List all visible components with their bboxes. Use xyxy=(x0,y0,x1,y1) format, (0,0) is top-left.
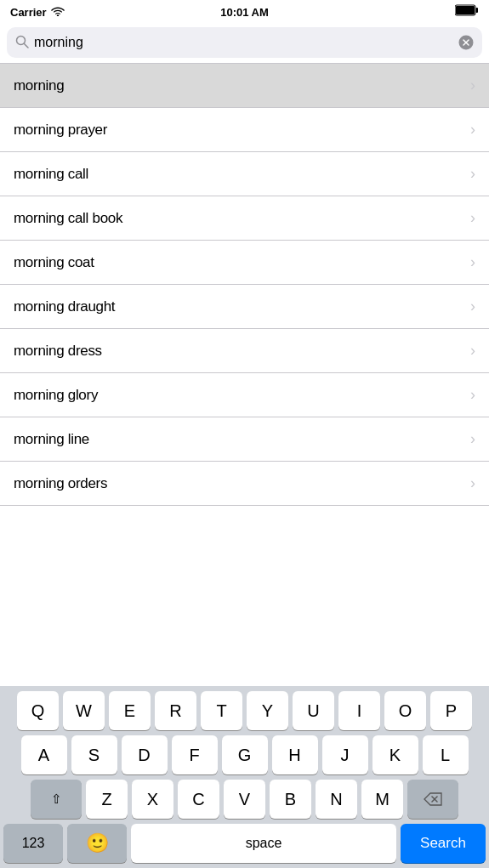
key-d[interactable]: D xyxy=(122,735,168,774)
suggestion-list: morning›morning prayer›morning call›morn… xyxy=(0,64,489,506)
key-e[interactable]: E xyxy=(109,691,151,730)
chevron-right-icon: › xyxy=(470,342,475,360)
num-key[interactable]: 123 xyxy=(3,824,63,863)
status-bar: Carrier 10:01 AM xyxy=(0,0,489,24)
key-w[interactable]: W xyxy=(63,691,105,730)
svg-rect-3 xyxy=(476,8,479,13)
suggestion-item[interactable]: morning coat› xyxy=(0,241,489,285)
key-n[interactable]: N xyxy=(316,780,357,819)
chevron-right-icon: › xyxy=(470,165,475,183)
key-x[interactable]: X xyxy=(132,780,173,819)
chevron-right-icon: › xyxy=(470,430,475,448)
time-label: 10:01 AM xyxy=(220,6,269,19)
key-g[interactable]: G xyxy=(222,735,268,774)
suggestion-item[interactable]: morning draught› xyxy=(0,285,489,329)
key-c[interactable]: C xyxy=(178,780,219,819)
key-b[interactable]: B xyxy=(270,780,311,819)
search-key[interactable]: Search xyxy=(401,824,486,863)
suggestion-text: morning dress xyxy=(14,343,102,360)
carrier-label: Carrier xyxy=(10,6,47,19)
chevron-right-icon: › xyxy=(470,209,475,227)
keyboard-row-3: ⇧ ZXCVBNM xyxy=(0,774,489,819)
keyboard-row-2: ASDFGHJKL xyxy=(0,730,489,774)
key-v[interactable]: V xyxy=(224,780,265,819)
suggestion-item[interactable]: morning dress› xyxy=(0,329,489,373)
svg-point-0 xyxy=(56,14,58,16)
key-o[interactable]: O xyxy=(384,691,426,730)
keyboard-row-4: 123 🙂 space Search xyxy=(0,819,489,868)
key-a[interactable]: A xyxy=(21,735,67,774)
key-r[interactable]: R xyxy=(155,691,196,730)
shift-key[interactable]: ⇧ xyxy=(31,780,82,819)
key-t[interactable]: T xyxy=(201,691,242,730)
key-z[interactable]: Z xyxy=(86,780,128,819)
key-f[interactable]: F xyxy=(172,735,218,774)
keyboard: QWERTYUIOP ASDFGHJKL ⇧ ZXCVBNM 123 🙂 spa… xyxy=(0,686,489,868)
key-y[interactable]: Y xyxy=(247,691,288,730)
suggestion-text: morning coat xyxy=(14,254,94,271)
suggestion-text: morning prayer xyxy=(14,122,107,139)
suggestion-item[interactable]: morning call› xyxy=(0,152,489,196)
chevron-right-icon: › xyxy=(470,386,475,404)
backspace-key[interactable] xyxy=(407,780,458,819)
suggestion-item[interactable]: morning orders› xyxy=(0,462,489,506)
suggestion-text: morning line xyxy=(14,431,89,448)
svg-line-5 xyxy=(25,43,29,48)
suggestion-text: morning call xyxy=(14,166,88,183)
emoji-key[interactable]: 🙂 xyxy=(67,824,127,863)
key-s[interactable]: S xyxy=(71,735,117,774)
key-p[interactable]: P xyxy=(430,691,472,730)
key-i[interactable]: I xyxy=(338,691,380,730)
chevron-right-icon: › xyxy=(470,298,475,315)
suggestion-item[interactable]: morning line› xyxy=(0,417,489,462)
search-bar xyxy=(7,27,482,58)
suggestion-item[interactable]: morning prayer› xyxy=(0,108,489,152)
suggestion-text: morning call book xyxy=(14,210,122,227)
suggestion-item[interactable]: morning› xyxy=(0,64,489,108)
suggestion-text: morning glory xyxy=(14,387,98,404)
suggestion-item[interactable]: morning call book› xyxy=(0,196,489,241)
svg-rect-2 xyxy=(456,6,475,14)
suggestion-item[interactable]: morning glory› xyxy=(0,373,489,417)
suggestion-text: morning draught xyxy=(14,298,115,315)
wifi-icon xyxy=(51,6,65,19)
search-icon xyxy=(15,35,29,51)
suggestion-text: morning orders xyxy=(14,475,107,492)
space-key[interactable]: space xyxy=(131,824,396,863)
keyboard-row-1: QWERTYUIOP xyxy=(0,686,489,730)
clear-button[interactable] xyxy=(458,35,474,50)
key-m[interactable]: M xyxy=(361,780,403,819)
chevron-right-icon: › xyxy=(470,121,475,139)
chevron-right-icon: › xyxy=(470,474,475,492)
chevron-right-icon: › xyxy=(470,77,475,94)
key-u[interactable]: U xyxy=(293,691,334,730)
key-k[interactable]: K xyxy=(372,735,418,774)
search-input[interactable] xyxy=(34,35,458,50)
chevron-right-icon: › xyxy=(470,253,475,271)
key-l[interactable]: L xyxy=(423,735,469,774)
suggestion-text: morning xyxy=(14,77,64,94)
key-j[interactable]: J xyxy=(322,735,368,774)
battery-icon xyxy=(455,4,479,20)
key-q[interactable]: Q xyxy=(17,691,59,730)
key-h[interactable]: H xyxy=(272,735,318,774)
